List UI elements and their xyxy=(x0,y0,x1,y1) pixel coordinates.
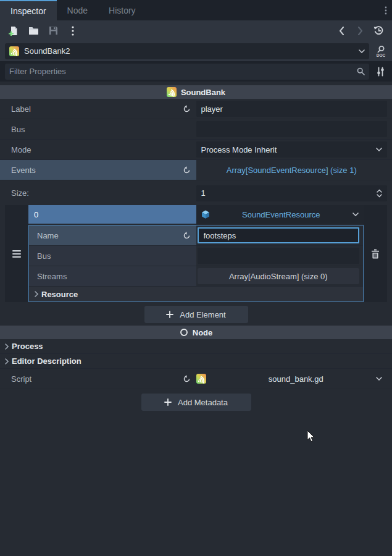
add-element-button[interactable]: Add Element xyxy=(144,306,248,323)
chevron-down-icon xyxy=(376,148,382,151)
resource-section-toggle[interactable]: Resource xyxy=(29,287,363,301)
tab-inspector-label: Inspector xyxy=(10,6,46,16)
tab-node[interactable]: Node xyxy=(57,0,98,20)
property-row-mode: Mode Process Mode Inherit xyxy=(0,140,392,160)
dock-tab-bar: Inspector Node History xyxy=(0,0,392,20)
property-row-bus: Bus xyxy=(0,119,392,140)
property-events-name: Events xyxy=(0,160,196,180)
array-size-spinbox[interactable] xyxy=(196,185,388,201)
script-value: sound_bank.gd xyxy=(216,374,377,384)
label-input[interactable] xyxy=(201,104,383,114)
resource-section-label: Resource xyxy=(41,290,78,299)
add-element-label: Add Element xyxy=(180,310,225,319)
name-field-focused[interactable] xyxy=(198,227,360,243)
section-editor-description[interactable]: Editor Description xyxy=(0,354,392,369)
save-resource-icon[interactable] xyxy=(46,23,60,38)
element-resource-picker[interactable]: SoundEventResource xyxy=(196,205,364,224)
property-row-name: Name xyxy=(29,225,363,246)
chevron-right-icon xyxy=(5,343,9,350)
section-process-label: Process xyxy=(12,342,43,351)
chevron-right-icon xyxy=(35,291,38,297)
open-docs-icon[interactable]: DOC xyxy=(369,41,392,61)
section-process[interactable]: Process xyxy=(0,339,392,354)
history-back-icon[interactable] xyxy=(334,23,349,38)
property-row-streams: Streams Array[AudioStream] (size 0) xyxy=(29,266,363,287)
element-header: 0 SoundEventResource xyxy=(28,205,364,224)
mode-dropdown[interactable]: Process Mode Inherit xyxy=(196,141,388,158)
property-row-label: Label xyxy=(0,99,392,119)
new-resource-icon[interactable] xyxy=(6,23,21,38)
array-size-name: Size: xyxy=(0,183,196,203)
add-metadata-label: Add Metadata xyxy=(178,398,228,407)
edited-object-history-icon[interactable] xyxy=(371,23,386,38)
property-streams-name: Streams xyxy=(29,266,196,286)
element-resource-type: SoundEventResource xyxy=(215,210,348,219)
revert-icon[interactable] xyxy=(183,105,191,113)
property-tools-icon[interactable] xyxy=(369,61,392,82)
search-icon xyxy=(357,67,365,75)
chevron-down-icon xyxy=(376,377,382,381)
filter-properties-box xyxy=(5,64,369,80)
property-bus-name: Bus xyxy=(0,119,196,139)
chevron-right-icon xyxy=(5,358,9,364)
load-resource-folder-icon[interactable] xyxy=(26,23,41,38)
plus-icon xyxy=(166,311,173,318)
revert-icon[interactable] xyxy=(183,166,191,174)
mouse-cursor xyxy=(307,430,315,442)
object-cube-icon xyxy=(201,210,210,219)
script-dropdown[interactable]: sound_bank.gd xyxy=(211,371,388,387)
element-bus-field[interactable] xyxy=(198,248,360,264)
tab-history[interactable]: History xyxy=(98,0,146,20)
drag-handle-icon[interactable] xyxy=(5,205,28,302)
name-input[interactable] xyxy=(204,231,354,240)
element-bus-input[interactable] xyxy=(202,251,355,261)
property-row-size: Size: xyxy=(0,183,392,203)
resource-extra-menu-icon[interactable] xyxy=(65,23,80,38)
revert-icon[interactable] xyxy=(183,232,191,240)
property-label-name: Label xyxy=(0,99,196,119)
spinbox-arrows-icon[interactable] xyxy=(377,189,382,198)
history-forward-icon[interactable] xyxy=(352,23,367,38)
category-node-label: Node xyxy=(193,328,213,337)
bus-input[interactable] xyxy=(201,125,383,134)
property-row-events: Events Array[SoundEventResource] (size 1… xyxy=(0,160,392,180)
array-size-input[interactable] xyxy=(201,188,377,198)
label-field[interactable] xyxy=(196,101,388,117)
category-soundbank: SoundBank xyxy=(0,85,392,99)
category-soundbank-label: SoundBank xyxy=(181,88,225,97)
soundbank-class-icon xyxy=(167,87,177,97)
chevron-down-icon xyxy=(359,49,365,53)
add-metadata-button[interactable]: Add Metadata xyxy=(141,394,251,411)
tab-list-menu-icon[interactable] xyxy=(382,0,390,20)
bus-field[interactable] xyxy=(196,121,388,137)
filter-properties-input[interactable] xyxy=(9,67,352,76)
filter-row xyxy=(0,61,392,82)
tab-inspector[interactable]: Inspector xyxy=(0,0,57,20)
category-node: Node xyxy=(0,326,392,339)
edited-object-name: SoundBank2 xyxy=(24,46,354,56)
element-index: 0 xyxy=(28,205,196,224)
streams-array-button[interactable]: Array[AudioStream] (size 0) xyxy=(198,268,360,284)
property-element-bus-name: Bus xyxy=(29,246,196,266)
delete-element-icon[interactable] xyxy=(364,205,387,302)
node-class-icon xyxy=(180,328,188,337)
revert-icon[interactable] xyxy=(183,375,191,383)
property-name-name: Name xyxy=(29,225,196,245)
property-script-name: Script xyxy=(0,369,196,389)
edited-object-selector[interactable]: SoundBank2 xyxy=(5,43,369,59)
property-row-element-bus: Bus xyxy=(29,246,363,266)
plus-icon xyxy=(164,398,172,406)
element-sub-inspector: Name Bus xyxy=(28,225,364,302)
property-mode-name: Mode xyxy=(0,140,196,159)
property-row-script: Script sound_bank.gd xyxy=(0,369,392,389)
soundbank-resource-icon xyxy=(9,46,19,56)
tab-history-label: History xyxy=(109,6,136,15)
inspector-toolbar xyxy=(0,20,392,41)
events-array-button[interactable]: Array[SoundEventResource] (size 1) xyxy=(196,166,388,175)
edited-object-row: SoundBank2 DOC xyxy=(0,41,392,61)
tab-node-label: Node xyxy=(67,6,88,15)
inspector-content: SoundBank Label Bus Mode Proc xyxy=(0,85,392,411)
section-editor-description-label: Editor Description xyxy=(12,356,81,366)
script-soundbank-icon xyxy=(196,374,206,384)
svg-text:DOC: DOC xyxy=(376,53,385,57)
